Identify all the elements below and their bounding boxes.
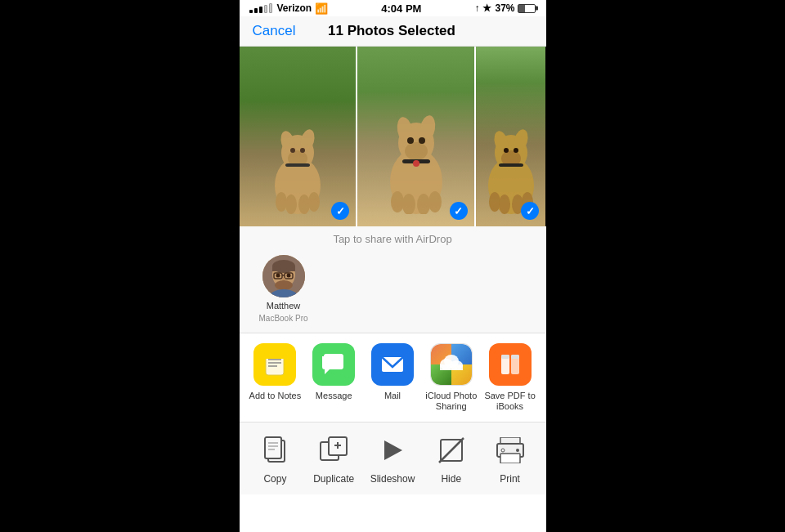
photo-item-2[interactable]: ✓ — [357, 47, 476, 226]
avatar-face — [262, 255, 305, 297]
print-svg — [496, 437, 525, 463]
svg-point-33 — [499, 194, 510, 214]
svg-rect-77 — [500, 454, 520, 463]
airdrop-hint: Tap to share with AirDrop — [253, 233, 533, 245]
svg-rect-58 — [440, 364, 463, 370]
svg-point-78 — [516, 449, 519, 452]
svg-point-19 — [391, 191, 404, 212]
contact-avatar — [262, 255, 305, 297]
svg-point-24 — [413, 160, 419, 167]
svg-point-32 — [489, 192, 500, 212]
phone-frame: Verizon 📶 4:04 PM ↑ ★ 37% Cancel 11 Phot… — [240, 0, 546, 532]
svg-rect-62 — [511, 355, 519, 359]
action-row: Copy Duplicate — [246, 432, 540, 485]
mail-icon — [371, 343, 414, 386]
icloud-label: iCloud Photo Sharing — [424, 391, 478, 412]
svg-point-30 — [504, 148, 509, 153]
dog-silhouette-3 — [478, 108, 544, 214]
photo-bg-2 — [357, 47, 474, 226]
svg-point-44 — [276, 274, 280, 278]
svg-point-79 — [501, 449, 505, 452]
airdrop-contact-matthew[interactable]: Matthew MacBook Pro — [259, 255, 308, 323]
photo-item-3[interactable]: ✓ — [476, 47, 546, 226]
svg-marker-72 — [384, 440, 402, 460]
print-label: Print — [500, 473, 520, 485]
svg-rect-11 — [285, 163, 310, 167]
location-icon: ↑ — [474, 2, 479, 14]
ibooks-icon — [489, 343, 532, 386]
duplicate-icon — [316, 432, 352, 468]
slideshow-icon — [375, 432, 410, 468]
status-left: Verizon 📶 — [249, 2, 329, 15]
share-row: Add to Notes Message — [246, 343, 540, 412]
cloud-overlay — [438, 353, 464, 371]
mail-svg — [380, 352, 405, 377]
duplicate-label: Duplicate — [313, 473, 354, 485]
photo-strip: ✓ ✓ — [240, 47, 546, 226]
signal-dot — [264, 5, 267, 13]
svg-point-47 — [275, 280, 293, 290]
photo-item-1[interactable]: ✓ — [240, 47, 358, 226]
action-item-copy[interactable]: Copy — [249, 432, 302, 485]
action-item-print[interactable]: Print — [483, 432, 536, 485]
share-item-mail[interactable]: Mail — [366, 343, 419, 401]
contact-name: Matthew — [267, 301, 301, 311]
copy-label: Copy — [263, 473, 286, 485]
slideshow-svg — [379, 437, 406, 463]
wifi-icon: 📶 — [315, 2, 328, 15]
status-bar: Verizon 📶 4:04 PM ↑ ★ 37% — [240, 0, 546, 16]
svg-point-17 — [407, 137, 414, 144]
signal-strength — [249, 3, 272, 13]
bluetooth-icon: ★ — [482, 2, 491, 14]
battery-percent: 37% — [495, 2, 514, 14]
svg-point-8 — [285, 194, 297, 214]
svg-point-6 — [300, 148, 305, 153]
signal-dot — [259, 7, 262, 13]
svg-line-74 — [439, 438, 464, 463]
hide-svg — [437, 436, 465, 464]
copy-icon — [257, 432, 293, 468]
status-right: ↑ ★ 37% — [474, 2, 536, 14]
share-item-ibooks[interactable]: Save PDF to iBooks — [483, 343, 536, 412]
share-item-icloud[interactable]: iCloud Photo Sharing — [424, 343, 478, 412]
airdrop-section: Tap to share with AirDrop — [240, 226, 546, 333]
signal-dot — [254, 8, 258, 13]
icloud-icon — [430, 343, 473, 386]
battery-icon — [518, 4, 536, 13]
slideshow-label: Slideshow — [370, 473, 415, 485]
hide-icon — [433, 432, 469, 468]
svg-rect-61 — [501, 355, 509, 359]
share-section: Add to Notes Message — [240, 333, 546, 422]
avatar-svg — [262, 255, 305, 297]
svg-point-18 — [419, 137, 425, 144]
svg-point-9 — [298, 194, 310, 214]
share-item-message[interactable]: Message — [307, 343, 361, 401]
svg-point-20 — [402, 194, 415, 214]
action-item-duplicate[interactable]: Duplicate — [307, 432, 361, 485]
message-icon — [312, 343, 355, 386]
svg-point-16 — [405, 142, 428, 160]
notes-label: Add to Notes — [249, 391, 302, 401]
carrier-label: Verizon — [277, 2, 312, 14]
ibooks-label: Save PDF to iBooks — [483, 391, 536, 412]
signal-dot — [269, 3, 272, 13]
share-item-notes[interactable]: Add to Notes — [249, 343, 302, 401]
message-svg — [321, 352, 346, 377]
duplicate-svg — [319, 436, 348, 465]
action-item-slideshow[interactable]: Slideshow — [366, 432, 419, 485]
selection-title: 11 Photos Selected — [328, 23, 455, 39]
dog-silhouette-1 — [265, 108, 330, 214]
svg-rect-36 — [499, 163, 523, 167]
ibooks-svg — [498, 352, 523, 377]
check-badge-2: ✓ — [450, 202, 468, 220]
svg-rect-64 — [265, 437, 281, 458]
action-section: Copy Duplicate — [240, 422, 546, 494]
hide-label: Hide — [441, 473, 461, 485]
action-item-hide[interactable]: Hide — [424, 432, 478, 485]
svg-point-31 — [514, 148, 518, 153]
print-icon — [492, 432, 528, 468]
cancel-button[interactable]: Cancel — [253, 23, 296, 39]
dog-silhouette-2 — [379, 96, 453, 214]
photo-bg-1 — [240, 47, 357, 226]
svg-rect-40 — [272, 266, 295, 271]
